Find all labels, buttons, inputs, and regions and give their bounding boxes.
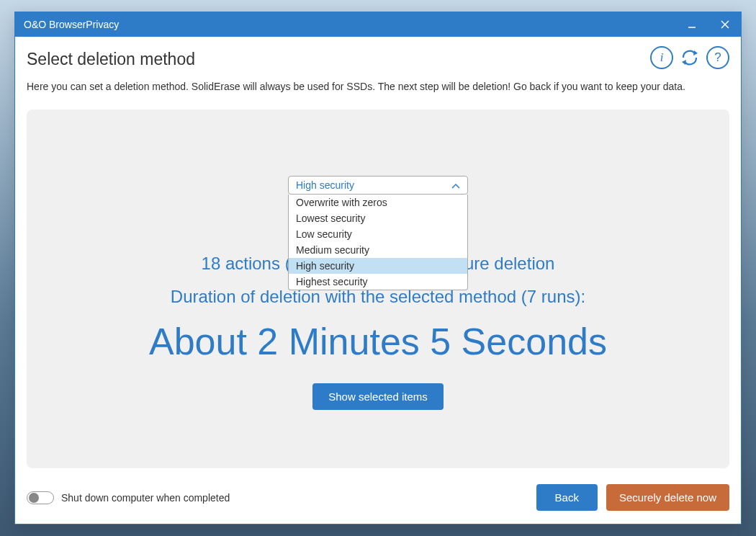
dropdown-selected[interactable]: High security bbox=[288, 176, 468, 195]
toggle-thumb bbox=[29, 493, 39, 503]
page-title: Select deletion method bbox=[27, 50, 729, 69]
help-icon[interactable]: ? bbox=[706, 46, 729, 69]
chevron-up-icon bbox=[451, 179, 460, 191]
minimize-icon[interactable] bbox=[685, 17, 699, 32]
duration-value: About 2 Minutes 5 Seconds bbox=[27, 320, 729, 363]
window-title: O&O BrowserPrivacy bbox=[24, 19, 119, 30]
dropdown-option-overwrite-zeros[interactable]: Overwrite with zeros bbox=[289, 195, 467, 210]
deletion-method-dropdown[interactable]: High security Overwrite with zeros Lowes… bbox=[288, 176, 468, 290]
app-window: O&O BrowserPrivacy i bbox=[14, 12, 742, 524]
dropdown-option-low[interactable]: Low security bbox=[289, 226, 467, 242]
dropdown-option-highest[interactable]: Highest security bbox=[289, 274, 467, 290]
dropdown-option-lowest[interactable]: Lowest security bbox=[289, 210, 467, 226]
dropdown-selected-label: High security bbox=[296, 179, 354, 191]
show-selected-items-button[interactable]: Show selected items bbox=[312, 383, 444, 410]
titlebar-controls bbox=[685, 17, 732, 32]
svg-marker-4 bbox=[682, 60, 686, 65]
dropdown-option-high[interactable]: High security bbox=[289, 258, 467, 274]
close-icon[interactable] bbox=[718, 17, 732, 32]
refresh-icon[interactable] bbox=[678, 45, 702, 70]
svg-marker-3 bbox=[693, 50, 698, 55]
main-panel: High security Overwrite with zeros Lowes… bbox=[27, 110, 729, 468]
back-button[interactable]: Back bbox=[536, 484, 598, 511]
content-area: i ? Select deletion method Here you can … bbox=[15, 37, 741, 524]
header-icons: i ? bbox=[650, 45, 729, 70]
shutdown-toggle: Shut down computer when completed bbox=[27, 491, 230, 504]
info-icon[interactable]: i bbox=[650, 46, 673, 69]
shutdown-toggle-label: Shut down computer when completed bbox=[61, 492, 230, 504]
dropdown-list: Overwrite with zeros Lowest security Low… bbox=[288, 195, 468, 290]
securely-delete-button[interactable]: Securely delete now bbox=[606, 484, 729, 511]
footer-buttons: Back Securely delete now bbox=[536, 484, 729, 511]
page-subtitle: Here you can set a deletion method. Soli… bbox=[27, 81, 729, 92]
shutdown-toggle-switch[interactable] bbox=[27, 491, 54, 504]
footer: Shut down computer when completed Back S… bbox=[27, 484, 729, 511]
titlebar: O&O BrowserPrivacy bbox=[15, 12, 741, 37]
dropdown-option-medium[interactable]: Medium security bbox=[289, 242, 467, 258]
